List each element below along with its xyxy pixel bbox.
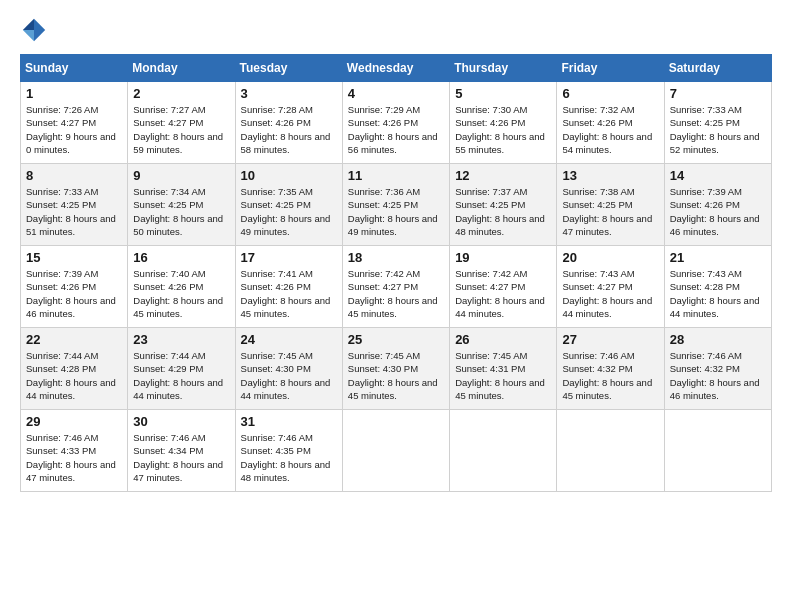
day-number: 2 [133,86,229,101]
svg-marker-1 [23,19,34,30]
calendar-cell: 26Sunrise: 7:45 AMSunset: 4:31 PMDayligh… [450,328,557,410]
day-number: 31 [241,414,337,429]
weekday-header-row: SundayMondayTuesdayWednesdayThursdayFrid… [21,55,772,82]
weekday-header-cell: Sunday [21,55,128,82]
day-number: 25 [348,332,444,347]
day-number: 12 [455,168,551,183]
calendar-week-row: 1Sunrise: 7:26 AMSunset: 4:27 PMDaylight… [21,82,772,164]
day-number: 30 [133,414,229,429]
calendar-cell: 11Sunrise: 7:36 AMSunset: 4:25 PMDayligh… [342,164,449,246]
weekday-header-cell: Saturday [664,55,771,82]
calendar-cell: 23Sunrise: 7:44 AMSunset: 4:29 PMDayligh… [128,328,235,410]
weekday-header-cell: Thursday [450,55,557,82]
calendar-cell: 24Sunrise: 7:45 AMSunset: 4:30 PMDayligh… [235,328,342,410]
calendar-cell: 5Sunrise: 7:30 AMSunset: 4:26 PMDaylight… [450,82,557,164]
calendar-week-row: 15Sunrise: 7:39 AMSunset: 4:26 PMDayligh… [21,246,772,328]
weekday-header-cell: Wednesday [342,55,449,82]
day-number: 28 [670,332,766,347]
day-number: 5 [455,86,551,101]
day-info: Sunrise: 7:42 AMSunset: 4:27 PMDaylight:… [348,267,444,320]
calendar-cell: 10Sunrise: 7:35 AMSunset: 4:25 PMDayligh… [235,164,342,246]
calendar-week-row: 22Sunrise: 7:44 AMSunset: 4:28 PMDayligh… [21,328,772,410]
day-info: Sunrise: 7:28 AMSunset: 4:26 PMDaylight:… [241,103,337,156]
day-number: 3 [241,86,337,101]
calendar-cell: 3Sunrise: 7:28 AMSunset: 4:26 PMDaylight… [235,82,342,164]
day-number: 26 [455,332,551,347]
day-number: 21 [670,250,766,265]
day-info: Sunrise: 7:38 AMSunset: 4:25 PMDaylight:… [562,185,658,238]
day-info: Sunrise: 7:42 AMSunset: 4:27 PMDaylight:… [455,267,551,320]
calendar-cell: 12Sunrise: 7:37 AMSunset: 4:25 PMDayligh… [450,164,557,246]
day-number: 22 [26,332,122,347]
calendar-cell: 31Sunrise: 7:46 AMSunset: 4:35 PMDayligh… [235,410,342,492]
calendar-body: 1Sunrise: 7:26 AMSunset: 4:27 PMDaylight… [21,82,772,492]
day-number: 16 [133,250,229,265]
day-number: 4 [348,86,444,101]
calendar-cell: 13Sunrise: 7:38 AMSunset: 4:25 PMDayligh… [557,164,664,246]
day-number: 11 [348,168,444,183]
day-info: Sunrise: 7:46 AMSunset: 4:32 PMDaylight:… [562,349,658,402]
day-number: 19 [455,250,551,265]
day-number: 27 [562,332,658,347]
day-info: Sunrise: 7:27 AMSunset: 4:27 PMDaylight:… [133,103,229,156]
calendar-cell: 29Sunrise: 7:46 AMSunset: 4:33 PMDayligh… [21,410,128,492]
day-number: 15 [26,250,122,265]
day-number: 14 [670,168,766,183]
day-number: 13 [562,168,658,183]
calendar-cell: 1Sunrise: 7:26 AMSunset: 4:27 PMDaylight… [21,82,128,164]
calendar-cell [450,410,557,492]
day-number: 29 [26,414,122,429]
weekday-header-cell: Friday [557,55,664,82]
page: SundayMondayTuesdayWednesdayThursdayFrid… [0,0,792,612]
day-info: Sunrise: 7:32 AMSunset: 4:26 PMDaylight:… [562,103,658,156]
day-number: 6 [562,86,658,101]
weekday-header-cell: Monday [128,55,235,82]
calendar-cell [664,410,771,492]
day-info: Sunrise: 7:30 AMSunset: 4:26 PMDaylight:… [455,103,551,156]
day-info: Sunrise: 7:35 AMSunset: 4:25 PMDaylight:… [241,185,337,238]
day-number: 20 [562,250,658,265]
day-info: Sunrise: 7:46 AMSunset: 4:32 PMDaylight:… [670,349,766,402]
day-number: 18 [348,250,444,265]
logo [20,16,52,44]
calendar-cell: 15Sunrise: 7:39 AMSunset: 4:26 PMDayligh… [21,246,128,328]
day-info: Sunrise: 7:36 AMSunset: 4:25 PMDaylight:… [348,185,444,238]
day-number: 17 [241,250,337,265]
calendar-week-row: 29Sunrise: 7:46 AMSunset: 4:33 PMDayligh… [21,410,772,492]
calendar-cell: 22Sunrise: 7:44 AMSunset: 4:28 PMDayligh… [21,328,128,410]
calendar-cell: 17Sunrise: 7:41 AMSunset: 4:26 PMDayligh… [235,246,342,328]
day-info: Sunrise: 7:33 AMSunset: 4:25 PMDaylight:… [670,103,766,156]
day-info: Sunrise: 7:29 AMSunset: 4:26 PMDaylight:… [348,103,444,156]
calendar-week-row: 8Sunrise: 7:33 AMSunset: 4:25 PMDaylight… [21,164,772,246]
day-info: Sunrise: 7:46 AMSunset: 4:35 PMDaylight:… [241,431,337,484]
calendar-cell: 27Sunrise: 7:46 AMSunset: 4:32 PMDayligh… [557,328,664,410]
day-number: 7 [670,86,766,101]
calendar-cell: 6Sunrise: 7:32 AMSunset: 4:26 PMDaylight… [557,82,664,164]
calendar-cell: 7Sunrise: 7:33 AMSunset: 4:25 PMDaylight… [664,82,771,164]
day-number: 1 [26,86,122,101]
calendar-cell: 2Sunrise: 7:27 AMSunset: 4:27 PMDaylight… [128,82,235,164]
day-number: 23 [133,332,229,347]
day-number: 8 [26,168,122,183]
calendar-cell [557,410,664,492]
day-number: 24 [241,332,337,347]
calendar-cell: 4Sunrise: 7:29 AMSunset: 4:26 PMDaylight… [342,82,449,164]
day-number: 9 [133,168,229,183]
day-number: 10 [241,168,337,183]
day-info: Sunrise: 7:40 AMSunset: 4:26 PMDaylight:… [133,267,229,320]
calendar-cell: 8Sunrise: 7:33 AMSunset: 4:25 PMDaylight… [21,164,128,246]
calendar-cell [342,410,449,492]
day-info: Sunrise: 7:45 AMSunset: 4:30 PMDaylight:… [348,349,444,402]
day-info: Sunrise: 7:43 AMSunset: 4:27 PMDaylight:… [562,267,658,320]
calendar-cell: 19Sunrise: 7:42 AMSunset: 4:27 PMDayligh… [450,246,557,328]
calendar-cell: 28Sunrise: 7:46 AMSunset: 4:32 PMDayligh… [664,328,771,410]
day-info: Sunrise: 7:26 AMSunset: 4:27 PMDaylight:… [26,103,122,156]
calendar-cell: 9Sunrise: 7:34 AMSunset: 4:25 PMDaylight… [128,164,235,246]
logo-icon [20,16,48,44]
calendar-cell: 21Sunrise: 7:43 AMSunset: 4:28 PMDayligh… [664,246,771,328]
day-info: Sunrise: 7:34 AMSunset: 4:25 PMDaylight:… [133,185,229,238]
day-info: Sunrise: 7:33 AMSunset: 4:25 PMDaylight:… [26,185,122,238]
weekday-header-cell: Tuesday [235,55,342,82]
day-info: Sunrise: 7:37 AMSunset: 4:25 PMDaylight:… [455,185,551,238]
calendar-cell: 16Sunrise: 7:40 AMSunset: 4:26 PMDayligh… [128,246,235,328]
